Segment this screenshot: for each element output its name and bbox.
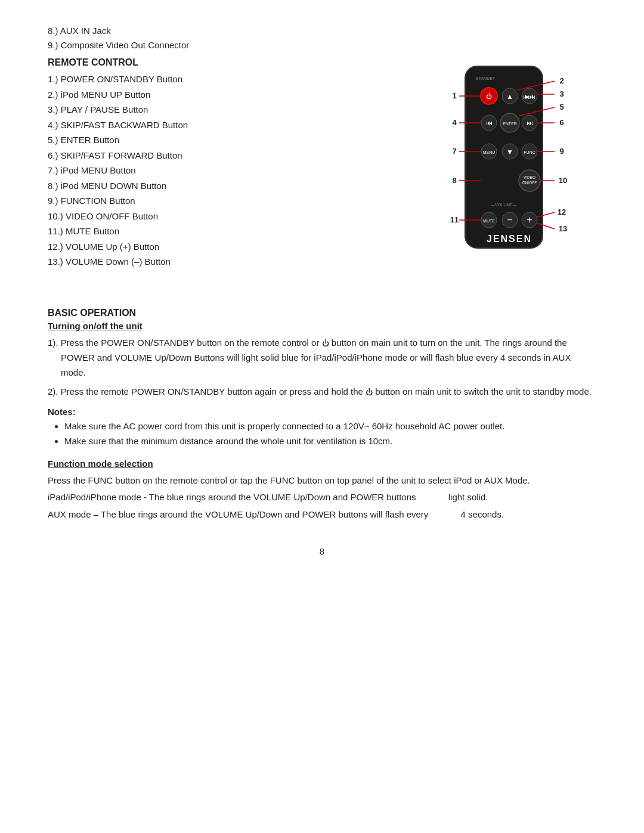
svg-text:JENSEN: JENSEN <box>487 234 532 244</box>
list-item: 9.) FUNCTION Button <box>48 193 417 209</box>
pre-item-8: 8.) AUX IN Jack <box>48 24 596 38</box>
para2-indent: light solid. <box>419 492 488 502</box>
notes-label: Notes: <box>48 407 596 417</box>
svg-text:7: 7 <box>452 147 456 156</box>
svg-text:8: 8 <box>452 176 456 185</box>
list-item: 12.) VOLUME Up (+) Button <box>48 239 417 255</box>
svg-text:12: 12 <box>558 208 566 216</box>
list-item: 13.) VOLUME Down (–) Button <box>48 254 417 270</box>
svg-text:MENU: MENU <box>483 150 496 154</box>
list-item: 1). Press the POWER ON/STANDBY button on… <box>48 336 596 380</box>
svg-text:10: 10 <box>559 176 567 185</box>
svg-text:5: 5 <box>559 103 564 112</box>
turning-on-off-heading: Turning on/off the unit <box>48 321 596 331</box>
para3-indent: 4 seconds. <box>431 509 504 519</box>
pre-item-9: 9.) Composite Video Out Connector <box>48 38 596 52</box>
function-mode-para2: iPad/iPod/iPhone mode - The blue rings a… <box>48 490 596 505</box>
page-number: 8 <box>48 546 596 556</box>
remote-svg: STANDBY ⏻ ▲ ⏮⏭ ▶⏸ ⏮ <box>429 63 596 278</box>
remote-control-section: REMOTE CONTROL 1.) POWER ON/STANDBY Butt… <box>48 57 596 278</box>
svg-text:▲: ▲ <box>506 92 513 101</box>
svg-text:⏮: ⏮ <box>486 119 493 126</box>
svg-text:9: 9 <box>559 147 564 156</box>
page-number-text: 8 <box>320 546 324 556</box>
function-mode-para3: AUX mode – The blue rings around the VOL… <box>48 507 596 522</box>
remote-control-heading: REMOTE CONTROL <box>48 57 417 68</box>
svg-text:—VOLUME—: —VOLUME— <box>491 203 517 207</box>
svg-text:ON/OFF: ON/OFF <box>522 181 537 185</box>
list-item: 2.) iPod MENU UP Button <box>48 87 417 103</box>
basic-operation-section: BASIC OPERATION Turning on/off the unit … <box>48 308 596 449</box>
notes-list: Make sure the AC power cord from this un… <box>48 419 596 449</box>
svg-text:MUTE: MUTE <box>483 219 495 223</box>
list-item: 4.) SKIP/FAST BACKWARD Button <box>48 117 417 133</box>
svg-text:▶⏸: ▶⏸ <box>525 94 534 100</box>
pre-section: 8.) AUX IN Jack 9.) Composite Video Out … <box>48 24 596 52</box>
notes-section: Notes: Make sure the AC power cord from … <box>48 407 596 449</box>
remote-diagram: STANDBY ⏻ ▲ ⏮⏭ ▶⏸ ⏮ <box>429 63 596 278</box>
list-item: 11.) MUTE Button <box>48 224 417 239</box>
list-item: 6.) SKIP/FAST FORWARD Button <box>48 148 417 163</box>
basic-operation-heading: BASIC OPERATION <box>48 308 596 318</box>
list-item: 7.) iPod MENU Button <box>48 163 417 178</box>
remote-text: REMOTE CONTROL 1.) POWER ON/STANDBY Butt… <box>48 57 417 278</box>
list-item: Make sure the AC power cord from this un… <box>64 419 596 434</box>
function-mode-heading: Function mode selection <box>48 459 596 469</box>
svg-text:STANDBY: STANDBY <box>476 76 496 80</box>
list-item: Make sure that the minimum distance arou… <box>64 434 596 449</box>
list-item: 2). Press the remote POWER ON/STANDBY bu… <box>48 385 596 400</box>
svg-text:+: + <box>527 215 532 225</box>
svg-text:⏻: ⏻ <box>486 93 492 100</box>
svg-text:ENTER: ENTER <box>503 122 517 126</box>
svg-text:1: 1 <box>452 91 456 100</box>
list-item: 8.) iPod MENU DOWN Button <box>48 178 417 194</box>
svg-text:FUNC: FUNC <box>524 150 535 154</box>
svg-text:−: − <box>507 215 512 225</box>
svg-text:⏭: ⏭ <box>527 119 533 126</box>
svg-text:VIDEO: VIDEO <box>524 175 535 179</box>
list-item: 10.) VIDEO ON/OFF Button <box>48 209 417 224</box>
list-item: 1.) POWER ON/STANDBY Button <box>48 72 417 87</box>
list-item: 3.) PLAY / PAUSE Button <box>48 102 417 117</box>
basic-operation-steps: 1). Press the POWER ON/STANDBY button on… <box>48 336 596 400</box>
svg-text:4: 4 <box>452 118 457 127</box>
svg-text:2: 2 <box>559 76 564 85</box>
svg-text:3: 3 <box>559 89 564 98</box>
svg-text:11: 11 <box>450 215 459 224</box>
list-item: 5.) ENTER Button <box>48 132 417 148</box>
function-mode-para1: Press the FUNC button on the remote cont… <box>48 473 596 488</box>
svg-text:▼: ▼ <box>506 148 513 156</box>
svg-text:13: 13 <box>559 224 567 233</box>
function-mode-section: Function mode selection Press the FUNC b… <box>48 459 596 522</box>
remote-control-list: 1.) POWER ON/STANDBY Button 2.) iPod MEN… <box>48 72 417 270</box>
svg-text:6: 6 <box>559 118 564 127</box>
